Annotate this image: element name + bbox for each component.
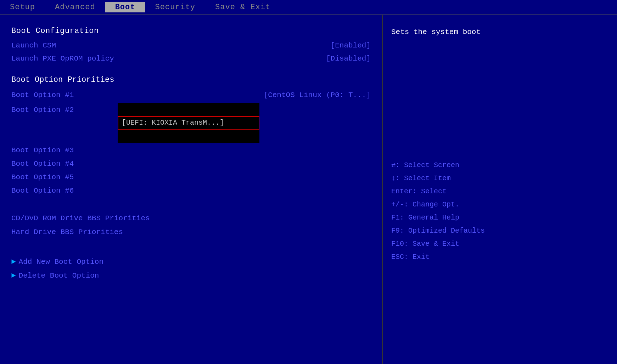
launch-csm-label: Launch CSM	[11, 40, 56, 52]
add-boot-arrow: ►	[11, 256, 16, 268]
hard-drive-bbs[interactable]: Hard Drive BBS Priorities	[11, 226, 371, 239]
f9-key: F9:	[391, 227, 408, 235]
launch-pxe-label: Launch PXE OpROM policy	[11, 53, 114, 65]
boot-options-title: Boot Option Priorities	[11, 74, 371, 86]
select-screen-key: ⇄:	[391, 161, 404, 169]
menu-item-boot[interactable]: Boot	[105, 2, 145, 12]
dropdown-redacted-2	[118, 130, 259, 143]
boot-option-3-row[interactable]: Boot Option #3	[11, 144, 371, 157]
boot-option-4-label: Boot Option #4	[11, 158, 74, 170]
actions-section: ► Add New Boot Option ► Delete Boot Opti…	[11, 256, 371, 282]
boot-option-1-label: Boot Option #1	[11, 89, 74, 102]
esc-key: ESC:	[391, 253, 413, 261]
boot-option-6-row[interactable]: Boot Option #6	[11, 184, 371, 198]
f10-key: F10:	[391, 240, 413, 248]
key-select-item: ↕: Select Item	[391, 172, 608, 185]
change-opt-label: Change Opt.	[413, 200, 459, 209]
left-panel: Boot Configuration Launch CSM [Enabled] …	[0, 15, 383, 364]
f1-label: General Help	[408, 214, 459, 222]
delete-boot-arrow: ►	[11, 270, 16, 282]
cd-dvd-bbs[interactable]: CD/DVD ROM Drive BBS Priorities	[11, 212, 371, 225]
enter-label: Select	[421, 187, 447, 195]
menu-item-security[interactable]: Security	[145, 2, 205, 12]
dropdown-selected-uefi[interactable]: [UEFI: KIOXIA TransM...]	[118, 116, 259, 130]
menu-item-save-exit[interactable]: Save & Exit	[205, 2, 280, 12]
bbs-section: CD/DVD ROM Drive BBS Priorities Hard Dri…	[11, 212, 371, 238]
boot-option-3-label: Boot Option #3	[11, 144, 74, 157]
key-select-screen: ⇄: Select Screen	[391, 159, 608, 172]
boot-option-2-label: Boot Option #2	[11, 103, 111, 116]
change-opt-key: +/-:	[391, 200, 413, 209]
boot-option-4-row[interactable]: Boot Option #4	[11, 157, 371, 171]
boot-configuration-title: Boot Configuration	[11, 25, 371, 38]
boot-option-2-dropdown[interactable]: [UEFI: KIOXIA TransM...]	[118, 103, 259, 143]
menu-item-advanced[interactable]: Advanced	[45, 2, 105, 12]
delete-boot-label: Delete Boot Option	[19, 270, 99, 282]
select-item-key: ↕:	[391, 174, 404, 182]
add-new-boot-option[interactable]: ► Add New Boot Option	[11, 256, 371, 268]
boot-option-1-value: [CentOS Linux (P0: T...]	[264, 89, 371, 102]
key-change-opt: +/-: Change Opt.	[391, 198, 608, 211]
dropdown-redacted-1	[118, 103, 259, 116]
boot-option-2-row[interactable]: Boot Option #2 [UEFI: KIOXIA TransM...]	[11, 103, 371, 143]
menu-item-setup[interactable]: Setup	[0, 2, 45, 12]
top-menu-bar: Setup Advanced Boot Security Save & Exit	[0, 0, 617, 15]
f9-label: Optimized Defaults	[408, 227, 485, 235]
launch-pxe-row[interactable]: Launch PXE OpROM policy [Disabled]	[11, 53, 371, 65]
help-description: Sets the system boot	[391, 26, 608, 38]
f1-key: F1:	[391, 214, 408, 222]
key-help-section: ⇄: Select Screen ↕: Select Item Enter: S…	[391, 159, 608, 263]
key-f10: F10: Save & Exit	[391, 237, 608, 250]
boot-option-5-row[interactable]: Boot Option #5	[11, 171, 371, 184]
boot-option-6-label: Boot Option #6	[11, 185, 74, 197]
delete-boot-option[interactable]: ► Delete Boot Option	[11, 270, 371, 282]
esc-label: Exit	[413, 253, 430, 261]
launch-pxe-value: [Disabled]	[326, 53, 371, 65]
launch-csm-value: [Enabled]	[331, 40, 371, 52]
select-item-label: Select Item	[404, 174, 451, 182]
boot-option-1-row[interactable]: Boot Option #1 [CentOS Linux (P0: T...]	[11, 89, 371, 102]
enter-key: Enter:	[391, 187, 421, 195]
bios-screen: Setup Advanced Boot Security Save & Exit…	[0, 0, 617, 364]
f10-label: Save & Exit	[413, 240, 459, 248]
key-f9: F9: Optimized Defaults	[391, 224, 608, 237]
select-screen-label: Select Screen	[404, 161, 459, 169]
right-panel: Sets the system boot ⇄: Select Screen ↕:…	[383, 15, 617, 364]
launch-csm-row[interactable]: Launch CSM [Enabled]	[11, 40, 371, 52]
uefi-option-text: [UEFI: KIOXIA TransM...]	[122, 117, 224, 129]
key-esc: ESC: Exit	[391, 250, 608, 263]
boot-option-5-label: Boot Option #5	[11, 171, 74, 184]
add-boot-label: Add New Boot Option	[19, 256, 103, 268]
key-f1: F1: General Help	[391, 211, 608, 224]
key-enter-select: Enter: Select	[391, 185, 608, 198]
